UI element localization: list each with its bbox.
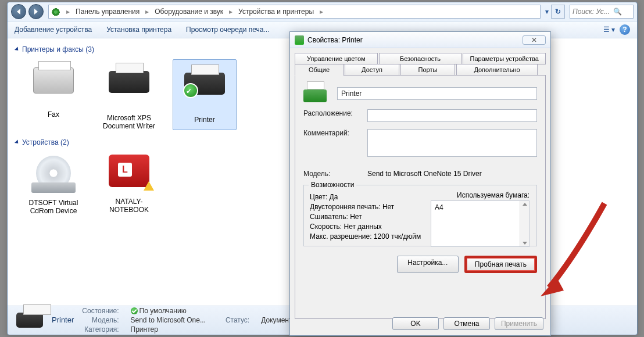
dialog-body: Управление цветом Безопасность Параметры… xyxy=(290,48,550,324)
breadcrumb-segment[interactable]: Устройства и принтеры xyxy=(236,6,316,17)
close-button[interactable]: ✕ xyxy=(523,35,546,45)
model-value: Send to Microsoft One... xyxy=(131,316,206,324)
device-item-xps[interactable]: Microsoft XPS Document Writer xyxy=(97,59,161,130)
device-item-nataly[interactable]: NATALY-NOTEBOOK xyxy=(97,152,161,215)
printer-name-input[interactable] xyxy=(337,87,537,100)
disc-drive-icon xyxy=(36,156,71,191)
paper-label: Используемая бумага: xyxy=(457,191,529,199)
capabilities-group: Возможности Цвет: Да Двусторонняя печать… xyxy=(303,185,537,246)
cancel-button[interactable]: Отмена xyxy=(443,317,490,330)
state-key: Состояние: xyxy=(82,307,119,315)
paper-size: A4 xyxy=(435,203,443,211)
status-key: Статус: xyxy=(226,316,249,324)
add-device-button[interactable]: Добавление устройства xyxy=(15,26,92,34)
back-button[interactable] xyxy=(11,4,26,19)
chevron-right-icon: ▸ xyxy=(227,8,235,16)
tab-general[interactable]: Общие xyxy=(295,64,344,76)
help-icon[interactable]: ? xyxy=(620,24,630,35)
location-input[interactable] xyxy=(367,109,537,122)
tab-strip: Управление цветом Безопасность Параметры… xyxy=(295,53,546,319)
model-key: Модель: xyxy=(82,316,119,324)
tab-device-settings[interactable]: Параметры устройства xyxy=(463,53,546,64)
details-name: Printer xyxy=(52,316,74,324)
forward-button[interactable] xyxy=(28,4,44,19)
device-label: Microsoft XPS Document Writer xyxy=(97,114,161,130)
device-label: NATALY-NOTEBOOK xyxy=(97,198,161,214)
printer-properties-dialog: Свойства: Printer ✕ Управление цветом Бе… xyxy=(289,31,551,336)
comment-input[interactable] xyxy=(367,129,537,157)
device-item-printer[interactable]: ✓ Printer xyxy=(173,59,237,130)
control-panel-icon xyxy=(51,7,60,16)
tab-panel-general: Расположение: Комментарий: Модель: Send … xyxy=(295,75,546,319)
dropdown-icon[interactable]: ▾ xyxy=(545,8,549,16)
category-key: Категория: xyxy=(82,325,119,334)
printer-default-icon: ✓ xyxy=(184,73,225,95)
tab-color-management[interactable]: Управление цветом xyxy=(295,53,378,64)
check-icon xyxy=(131,307,138,314)
capabilities-title: Возможности xyxy=(309,181,356,189)
chevron-right-icon: ▸ xyxy=(64,8,72,16)
search-field[interactable] xyxy=(573,8,613,16)
search-input[interactable]: 🔍 xyxy=(570,5,634,19)
expand-icon xyxy=(15,139,20,145)
tab-security[interactable]: Безопасность xyxy=(379,53,462,64)
device-label: Printer xyxy=(174,116,235,124)
device-label: Fax xyxy=(22,110,85,119)
print-test-page-button[interactable]: Пробная печать xyxy=(464,256,537,273)
group-title: Принтеры и факсы (3) xyxy=(22,45,94,53)
tab-sharing[interactable]: Доступ xyxy=(345,64,399,76)
apply-button[interactable]: Применить xyxy=(495,317,543,330)
view-queue-button[interactable]: Просмотр очереди печа... xyxy=(186,26,269,34)
view-options-icon[interactable]: ☰ ▾ xyxy=(603,26,615,34)
ok-button[interactable]: OK xyxy=(392,317,439,330)
printer-icon xyxy=(303,84,327,102)
fax-icon xyxy=(33,67,74,94)
model-label: Модель: xyxy=(303,170,362,178)
search-icon: 🔍 xyxy=(613,8,622,16)
state-value: По умолчанию xyxy=(131,307,206,315)
device-item-dtsoft[interactable]: DTSOFT Virtual CdRom Device xyxy=(22,152,85,215)
breadcrumb-segment[interactable]: Оборудование и звук xyxy=(152,6,226,17)
breadcrumb[interactable]: ▸ Панель управления ▸ Оборудование и зву… xyxy=(48,5,541,19)
dialog-titlebar[interactable]: Свойства: Printer ✕ xyxy=(290,32,550,48)
comment-label: Комментарий: xyxy=(303,129,362,137)
device-label: DTSOFT Virtual CdRom Device xyxy=(22,199,85,215)
printer-icon xyxy=(16,309,44,331)
chevron-right-icon: ▸ xyxy=(317,8,325,16)
chevron-right-icon: ▸ xyxy=(143,8,151,16)
dialog-title: Свойства: Printer xyxy=(307,36,363,44)
computer-icon xyxy=(109,155,149,187)
location-label: Расположение: xyxy=(303,109,362,117)
printer-icon xyxy=(295,35,304,45)
model-value: Send to Microsoft OneNote 15 Driver xyxy=(367,170,482,178)
printer-icon xyxy=(109,71,149,93)
device-item-fax[interactable]: Fax xyxy=(22,59,85,130)
tab-advanced[interactable]: Дополнительно xyxy=(456,64,538,76)
nav-bar: ▸ Панель управления ▸ Оборудование и зву… xyxy=(8,2,637,21)
scrollbar[interactable] xyxy=(520,201,529,246)
breadcrumb-segment[interactable]: Панель управления xyxy=(73,6,142,17)
add-printer-button[interactable]: Установка принтера xyxy=(106,26,171,34)
refresh-button[interactable]: ↻ xyxy=(551,5,565,19)
paper-listbox[interactable]: A4 xyxy=(431,200,529,247)
tab-ports[interactable]: Порты xyxy=(400,64,455,76)
category-value: Принтер xyxy=(131,325,206,334)
group-title: Устройства (2) xyxy=(22,138,69,146)
printing-preferences-button[interactable]: Настройка... xyxy=(397,256,459,273)
dialog-footer: OK Отмена Применить xyxy=(290,312,550,335)
expand-icon xyxy=(15,46,20,52)
